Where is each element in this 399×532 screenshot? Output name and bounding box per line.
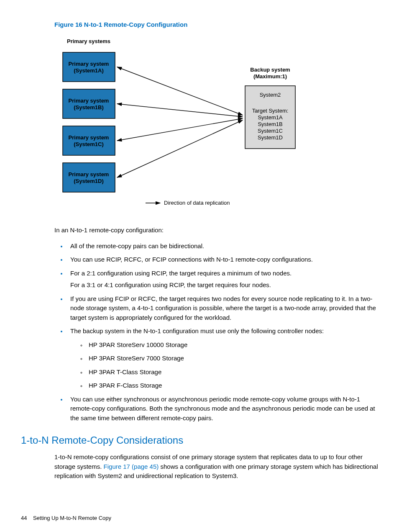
svg-text:Primary system: Primary system (69, 61, 109, 67)
edge-1a (117, 67, 243, 115)
bullet-text: For a 3:1 or 4:1 configuration using RCI… (70, 280, 378, 290)
bullet-item: The backup system in the N-to-1 configur… (67, 326, 378, 391)
svg-text:(System1B): (System1B) (74, 104, 104, 111)
edge-1d (117, 120, 243, 177)
controller-nodes-sublist: HP 3PAR StoreServ 10000 Storage HP 3PAR … (70, 340, 378, 391)
svg-text:System1C: System1C (258, 128, 283, 134)
page-number: 44 (21, 515, 27, 521)
bullet-text: The backup system in the N-to-1 configur… (70, 327, 324, 334)
backup-system-max-label: (Maximum:1) (253, 73, 287, 80)
section-heading-1-to-n: 1-to-N Remote-Copy Considerations (21, 434, 378, 446)
sub-item: HP 3PAR T-Class Storage (86, 368, 378, 377)
n-to-1-diagram: Primary systems Backup system (Maximum:1… (54, 36, 378, 213)
sub-item: HP 3PAR F-Class Storage (86, 381, 378, 391)
bullet-item: You can use either synchronous or asynch… (67, 395, 378, 423)
svg-rect-6 (63, 126, 115, 155)
svg-text:System1D: System1D (258, 134, 283, 141)
svg-text:System1B: System1B (258, 121, 282, 127)
svg-rect-9 (63, 163, 115, 192)
backup-system-label: Backup system (250, 67, 290, 73)
edge-1c (117, 118, 243, 141)
footer-section-title: Setting Up M-to-N Remote Copy (33, 515, 111, 521)
bullet-text: For a 2:1 configuration using RCIP, the … (70, 270, 292, 277)
sub-item: HP 3PAR StoreServ 10000 Storage (86, 340, 378, 350)
bullet-item: You can use RCIP, RCFC, or FCIP connecti… (67, 255, 378, 265)
svg-rect-3 (63, 89, 115, 118)
sub-item: HP 3PAR StoreServ 7000 Storage (86, 354, 378, 363)
intro-text: In an N-to-1 remote-copy configuration: (54, 226, 378, 235)
page-footer: 44 Setting Up M-to-N Remote Copy (21, 515, 111, 521)
svg-text:(System1A): (System1A) (74, 67, 104, 74)
bullet-item: If you are using FCIP or RCFC, the targe… (67, 294, 378, 323)
svg-text:Primary system: Primary system (69, 171, 109, 177)
primary-system-1a-box: Primary system (System1A) (63, 52, 115, 82)
target-system-box: System2 Target System: System1A System1B… (245, 86, 295, 149)
config-bullet-list: All of the remote-copy pairs can be bidi… (54, 242, 378, 423)
primary-system-1d-box: Primary system (System1D) (63, 163, 115, 192)
svg-text:System1A: System1A (258, 114, 283, 121)
svg-text:(System1D): (System1D) (74, 178, 104, 184)
svg-text:Primary system: Primary system (69, 98, 109, 104)
section-paragraph: 1-to-N remote-copy configurations consis… (54, 452, 378, 481)
primary-system-1c-box: Primary system (System1C) (63, 126, 115, 155)
primary-systems-label: Primary systems (67, 38, 110, 44)
bullet-item: For a 2:1 configuration using RCIP, the … (67, 269, 378, 290)
svg-text:Primary system: Primary system (69, 134, 109, 141)
svg-rect-0 (63, 52, 115, 82)
figure-caption: Figure 16 N-to-1 Remote-Copy Configurati… (54, 21, 378, 28)
svg-text:(System1C): (System1C) (74, 141, 104, 147)
edge-1b (117, 104, 243, 117)
primary-system-1b-box: Primary system (System1B) (63, 89, 115, 118)
svg-text:System2: System2 (260, 92, 281, 98)
legend-text: Direction of data replication (164, 200, 230, 206)
svg-text:Target System:: Target System: (252, 108, 289, 114)
bullet-item: All of the remote-copy pairs can be bidi… (67, 242, 378, 251)
figure-cross-reference[interactable]: Figure 17 (page 45) (104, 463, 159, 470)
